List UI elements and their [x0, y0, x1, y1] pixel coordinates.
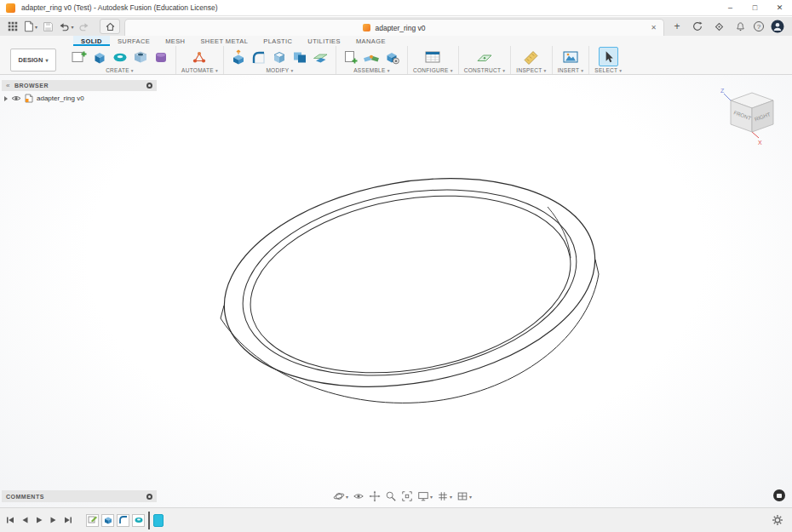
fusion-logo-icon: [6, 3, 15, 13]
assistant-button[interactable]: [773, 489, 785, 501]
measure-icon[interactable]: [522, 47, 542, 66]
ribbon-group-inspect: INSPECT: [511, 46, 552, 74]
browser-item-label[interactable]: adapter_ring v0: [37, 94, 84, 102]
shell-icon[interactable]: [270, 47, 290, 66]
adapter-ring-model[interactable]: [0, 75, 792, 507]
group-label-construct[interactable]: CONSTRUCT: [464, 67, 506, 73]
select-cursor-icon[interactable]: [599, 47, 618, 66]
viewport-canvas[interactable]: « BROWSER adapter_ring v0 FRONT RIGHT Z …: [0, 75, 792, 507]
job-status-icon[interactable]: [690, 19, 705, 34]
automated-modeling-icon[interactable]: [190, 47, 209, 66]
step-back-icon[interactable]: [19, 514, 31, 526]
save-icon[interactable]: [39, 18, 57, 35]
display-settings-icon[interactable]: [416, 489, 433, 503]
orbit-icon[interactable]: [332, 489, 349, 503]
document-tab[interactable]: adapter_ring v0 ✕: [124, 19, 664, 36]
split-body-icon[interactable]: [311, 47, 330, 66]
file-menu-icon[interactable]: [21, 18, 39, 35]
collapse-panel-icon[interactable]: «: [6, 82, 10, 89]
group-label-modify[interactable]: MODIFY: [266, 67, 293, 73]
extrude-icon[interactable]: [89, 47, 109, 66]
press-pull-icon[interactable]: [229, 47, 249, 66]
step-forward-icon[interactable]: [48, 514, 60, 526]
comments-panel[interactable]: COMMENTS: [2, 490, 157, 502]
hole-icon[interactable]: [130, 47, 150, 66]
title-bar: adapter_ring v0 (Test) - Autodesk Fusion…: [0, 0, 792, 16]
timeline-feature-icon[interactable]: [132, 514, 145, 527]
timeline-feature-icon[interactable]: [101, 514, 114, 527]
timeline-settings: [772, 514, 792, 526]
tab-utilities[interactable]: UTILITIES: [300, 36, 348, 46]
axis-z-label: Z: [720, 88, 725, 94]
app-grid-icon[interactable]: [3, 18, 21, 35]
rigid-group-icon[interactable]: [382, 47, 402, 66]
insert-canvas-icon[interactable]: [560, 47, 580, 66]
revolve-icon[interactable]: [110, 47, 129, 66]
timeline-playback-controls: [0, 514, 74, 526]
browser-panel: « BROWSER adapter_ring v0: [2, 80, 157, 106]
fillet-icon[interactable]: [250, 47, 269, 66]
ribbon-group-insert: INSERT: [553, 46, 590, 74]
combine-icon[interactable]: [290, 47, 310, 66]
tab-manage[interactable]: MANAGE: [348, 36, 393, 46]
new-component-icon[interactable]: [341, 47, 361, 66]
tab-plastic[interactable]: PLASTIC: [255, 36, 300, 46]
group-label-automate[interactable]: AUTOMATE: [181, 67, 218, 73]
create-form-icon[interactable]: [151, 47, 170, 66]
pan-icon[interactable]: [368, 489, 382, 503]
minimize-button[interactable]: –: [718, 0, 743, 15]
window-controls: – □ ✕: [718, 0, 792, 15]
tab-mesh[interactable]: MESH: [158, 36, 192, 46]
workspace-selector[interactable]: DESIGN: [10, 49, 56, 72]
tab-solid[interactable]: SOLID: [73, 36, 110, 46]
group-label-insert[interactable]: INSERT: [558, 67, 584, 73]
browser-title: BROWSER: [14, 83, 49, 89]
timeline-feature-icon[interactable]: [117, 514, 129, 527]
look-at-icon[interactable]: [352, 489, 365, 503]
timeline-gear-icon[interactable]: [772, 514, 783, 526]
joint-icon[interactable]: [362, 47, 382, 66]
zoom-icon[interactable]: [384, 489, 398, 503]
expand-arrow-icon[interactable]: [4, 96, 8, 101]
timeline-position-marker[interactable]: [153, 514, 164, 527]
component-document-icon: [25, 94, 33, 103]
ribbon-tab-strip: SOLID SURFACE MESH SHEET METAL PLASTIC U…: [0, 36, 792, 46]
timeline-bar: [0, 507, 792, 532]
viewports-icon[interactable]: [456, 489, 473, 503]
maximize-button[interactable]: □: [743, 0, 767, 15]
tab-close-icon[interactable]: ✕: [651, 24, 657, 31]
comments-options-icon[interactable]: [146, 494, 152, 500]
group-label-configure[interactable]: CONFIGURE: [413, 67, 453, 73]
browser-header[interactable]: « BROWSER: [2, 80, 157, 91]
group-label-create[interactable]: CREATE: [106, 67, 134, 73]
help-icon[interactable]: ?: [754, 21, 764, 31]
group-label-assemble[interactable]: ASSEMBLE: [353, 67, 390, 73]
timeline-position-line[interactable]: [148, 512, 150, 529]
undo-icon[interactable]: [57, 18, 75, 35]
group-label-inspect[interactable]: INSPECT: [516, 67, 546, 73]
close-button[interactable]: ✕: [767, 0, 792, 15]
ribbon-group-modify: MODIFY: [224, 46, 336, 74]
tab-sheet-metal[interactable]: SHEET METAL: [192, 36, 255, 46]
grid-and-snaps-icon[interactable]: [436, 489, 453, 503]
view-cube[interactable]: FRONT RIGHT Z X: [719, 85, 785, 146]
redo-icon[interactable]: [75, 18, 93, 35]
home-icon[interactable]: [100, 19, 120, 34]
tab-surface[interactable]: SURFACE: [110, 36, 158, 46]
go-to-start-icon[interactable]: [4, 514, 16, 526]
new-tab-button[interactable]: +: [669, 18, 686, 35]
timeline-feature-sketch-icon[interactable]: [86, 514, 99, 527]
create-sketch-icon[interactable]: [69, 47, 89, 66]
fit-icon[interactable]: [400, 489, 414, 503]
browser-root-item[interactable]: adapter_ring v0: [2, 91, 157, 106]
go-to-end-icon[interactable]: [62, 514, 74, 526]
construction-plane-icon[interactable]: [475, 47, 495, 66]
group-label-select[interactable]: SELECT: [594, 67, 622, 73]
play-icon[interactable]: [33, 514, 45, 526]
notifications-bell-icon[interactable]: [732, 19, 748, 34]
visibility-eye-icon[interactable]: [11, 94, 21, 102]
account-avatar[interactable]: [770, 19, 785, 34]
configuration-table-icon[interactable]: [423, 47, 443, 66]
panel-options-icon[interactable]: [146, 83, 152, 89]
extensions-icon[interactable]: [711, 19, 726, 34]
